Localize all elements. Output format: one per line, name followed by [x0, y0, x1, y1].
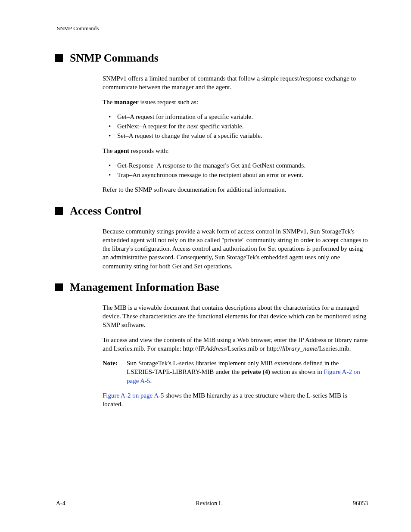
running-header: SNMP Commands — [57, 25, 368, 32]
section-mib: Management Information Base The MIB is a… — [56, 281, 368, 409]
bullet-square-icon — [55, 54, 63, 62]
section-access: Access Control Because community strings… — [56, 205, 368, 271]
section-title-text: SNMP Commands — [70, 52, 159, 65]
note-body: Sun StorageTek's L-series libraries impl… — [127, 359, 368, 385]
paragraph: Figure A-2 on page A-5 shows the MIB hie… — [103, 391, 368, 409]
list-item: Set–A request to change the value of a s… — [103, 131, 368, 140]
paragraph: The manager issues request such as: — [103, 98, 368, 106]
list-item: Get–A request for information of a speci… — [103, 112, 368, 121]
section-heading-snmp: SNMP Commands — [55, 52, 368, 65]
paragraph: Refer to the SNMP software documentation… — [103, 185, 368, 194]
revision-label: Revision L — [196, 500, 222, 507]
section-title-text: Access Control — [70, 205, 141, 218]
section-heading-mib: Management Information Base — [55, 281, 368, 294]
paragraph: SNMPv1 offers a limited number of comman… — [103, 74, 368, 92]
paragraph: Because community strings provide a weak… — [103, 227, 368, 271]
paragraph: The agent responds with: — [103, 146, 368, 155]
page-footer: A-4 Revision L 96053 — [0, 500, 411, 507]
list-item: Trap–An asynchronous message to the reci… — [103, 171, 368, 179]
paragraph: To access and view the contents of the M… — [103, 336, 368, 353]
note-label: Note: — [103, 359, 127, 385]
figure-link[interactable]: Figure A-2 on page A-5 — [103, 392, 164, 399]
paragraph: The MIB is a viewable document that cont… — [103, 303, 368, 330]
agent-list: Get-Response–A response to the manager's… — [103, 161, 368, 180]
list-item: Get-Response–A response to the manager's… — [103, 161, 368, 170]
list-item: GetNext–A request for the next specific … — [103, 122, 368, 131]
bullet-square-icon — [55, 207, 63, 215]
page-number: A-4 — [56, 500, 65, 507]
section-title-text: Management Information Base — [70, 281, 219, 294]
section-heading-access: Access Control — [55, 205, 368, 218]
note-block: Note: Sun StorageTek's L-series librarie… — [103, 359, 368, 385]
section-snmp: SNMP Commands SNMPv1 offers a limited nu… — [56, 52, 368, 194]
doc-number: 96053 — [353, 500, 368, 507]
manager-list: Get–A request for information of a speci… — [103, 112, 368, 140]
bullet-square-icon — [55, 283, 63, 291]
